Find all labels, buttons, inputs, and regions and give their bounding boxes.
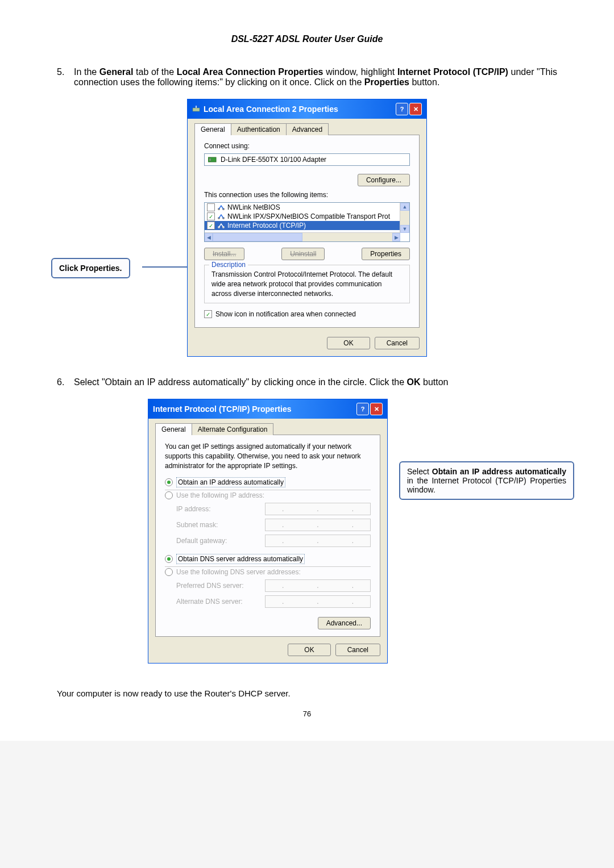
advanced-button[interactable]: Advanced... bbox=[318, 617, 371, 629]
t: button. bbox=[409, 77, 439, 87]
callout-click-properties: Click Properties. bbox=[51, 258, 130, 278]
protocol-icon bbox=[217, 213, 225, 220]
dialog-body: General Authentication Advanced Connect … bbox=[188, 119, 426, 356]
t: Properties bbox=[80, 264, 119, 273]
help-button[interactable]: ? bbox=[356, 403, 369, 415]
alternate-dns-input: ... bbox=[265, 595, 371, 608]
dialog-buttons: OK Cancel bbox=[194, 337, 420, 349]
description-legend: Description bbox=[209, 261, 248, 269]
scroll-right-icon[interactable]: ▶ bbox=[392, 233, 400, 241]
cancel-button[interactable]: Cancel bbox=[375, 337, 420, 349]
t: In the bbox=[74, 67, 99, 77]
tcpip-properties-dialog: Internet Protocol (TCP/IP) Properties ? … bbox=[148, 399, 388, 663]
dialog-buttons: OK Cancel bbox=[155, 644, 380, 656]
scroll-thumb[interactable] bbox=[213, 233, 302, 241]
use-dns-radio[interactable] bbox=[165, 568, 173, 576]
advanced-row: Advanced... bbox=[165, 617, 371, 629]
figure-1-container: Click Properties. Local Area Connection … bbox=[57, 99, 557, 366]
t: OK bbox=[407, 377, 421, 387]
checkbox[interactable]: ✓ bbox=[207, 212, 215, 220]
tab-advanced[interactable]: Advanced bbox=[286, 123, 329, 135]
step-5: 5. In the General tab of the Local Area … bbox=[57, 67, 557, 87]
horizontal-scrollbar[interactable]: ◀ ▶ bbox=[205, 232, 400, 241]
t: in the Internet Protocol (TCP/IP) Proper… bbox=[407, 476, 566, 494]
t: Select "Obtain an IP address automatical… bbox=[74, 377, 407, 387]
title-bar: Local Area Connection 2 Properties ? ✕ bbox=[188, 99, 426, 119]
footer-text: Your computer is now ready to use the Ro… bbox=[57, 688, 557, 698]
scroll-up-icon[interactable]: ▲ bbox=[400, 203, 409, 211]
dialog-title: Internet Protocol (TCP/IP) Properties bbox=[153, 404, 291, 414]
checkbox[interactable] bbox=[207, 203, 215, 211]
t: Internet Protocol (TCP/IP) bbox=[397, 67, 508, 77]
use-dns-row[interactable]: Use the following DNS server addresses: bbox=[165, 566, 371, 576]
intro-text: You can get IP settings assigned automat… bbox=[165, 442, 371, 470]
preferred-dns-input: ... bbox=[265, 579, 371, 592]
t: window, highlight bbox=[323, 67, 397, 77]
close-button[interactable]: ✕ bbox=[370, 403, 383, 415]
title-bar-buttons: ? ✕ bbox=[356, 403, 383, 415]
list-item-tcpip[interactable]: ✓ Internet Protocol (TCP/IP) bbox=[205, 221, 409, 230]
list-buttons-row: Install... Uninstall Properties bbox=[204, 248, 410, 260]
scroll-down-icon[interactable]: ▼ bbox=[400, 225, 409, 233]
install-button[interactable]: Install... bbox=[204, 248, 244, 260]
network-connection-icon bbox=[192, 106, 200, 112]
description-text: Transmission Control Protocol/Internet P… bbox=[211, 270, 403, 298]
callout-select-obtain: Select Obtain an IP address automaticall… bbox=[399, 461, 574, 500]
use-following-radio[interactable] bbox=[165, 491, 173, 499]
cancel-button[interactable]: Cancel bbox=[335, 644, 380, 656]
close-button[interactable]: ✕ bbox=[409, 103, 422, 115]
dialog-title: Local Area Connection 2 Properties bbox=[204, 105, 338, 114]
checkbox[interactable]: ✓ bbox=[207, 222, 215, 229]
use-following-row[interactable]: Use the following IP address: bbox=[165, 490, 371, 499]
list-item-nwlink-ipx[interactable]: ✓ NWLink IPX/SPX/NetBIOS Compatible Tran… bbox=[205, 212, 409, 221]
svg-rect-0 bbox=[193, 108, 200, 111]
alternate-dns-label: Alternate DNS server: bbox=[176, 598, 262, 606]
uninstall-button[interactable]: Uninstall bbox=[281, 248, 325, 260]
tabs: General Alternate Configuration bbox=[155, 423, 380, 435]
uses-items-label: This connection uses the following items… bbox=[204, 191, 410, 199]
ip-fields: IP address: ... Subnet mask: ... Default… bbox=[176, 503, 371, 547]
help-button[interactable]: ? bbox=[396, 103, 408, 115]
ip-address-label: IP address: bbox=[176, 505, 262, 513]
properties-button[interactable]: Properties bbox=[362, 248, 410, 260]
t: General bbox=[99, 67, 134, 77]
figure-2-container: Select Obtain an IP address automaticall… bbox=[57, 399, 557, 677]
t: Obtain an IP address automatically bbox=[432, 467, 566, 476]
ok-button[interactable]: OK bbox=[327, 337, 370, 349]
t: Local Area Connection Properties bbox=[177, 67, 323, 77]
step-6-number: 6. bbox=[57, 377, 74, 387]
gateway-input: ... bbox=[265, 535, 371, 547]
tab-general[interactable]: General bbox=[194, 123, 231, 135]
tab-authentication[interactable]: Authentication bbox=[231, 123, 287, 135]
item-label: Internet Protocol (TCP/IP) bbox=[227, 222, 306, 229]
t: Click bbox=[59, 264, 80, 273]
list-item-nwlink-netbios[interactable]: NWLink NetBIOS bbox=[205, 203, 409, 212]
obtain-dns-label: Obtain DNS server address automatically bbox=[176, 554, 305, 564]
protocol-icon bbox=[217, 204, 225, 211]
use-following-label: Use the following IP address: bbox=[176, 491, 264, 499]
obtain-auto-row[interactable]: Obtain an IP address automatically bbox=[165, 477, 371, 487]
ok-button[interactable]: OK bbox=[288, 644, 330, 656]
tabs: General Authentication Advanced bbox=[194, 123, 420, 135]
configure-button[interactable]: Configure... bbox=[358, 174, 410, 186]
show-icon-checkbox[interactable]: ✓ bbox=[204, 310, 212, 318]
obtain-auto-radio[interactable] bbox=[165, 478, 173, 486]
obtain-dns-radio[interactable] bbox=[165, 555, 173, 563]
scroll-left-icon[interactable]: ◀ bbox=[205, 233, 213, 241]
ip-address-input: ... bbox=[265, 503, 371, 515]
adapter-name: D-Link DFE-550TX 10/100 Adapter bbox=[221, 156, 326, 164]
tab-general[interactable]: General bbox=[155, 423, 192, 435]
items-list[interactable]: NWLink NetBIOS ✓ NWLink IPX/SPX/NetBIOS … bbox=[204, 202, 410, 242]
tab-alternate[interactable]: Alternate Configuration bbox=[192, 423, 274, 435]
vertical-scrollbar[interactable]: ▲ ▼ bbox=[400, 203, 409, 233]
show-icon-row[interactable]: ✓ Show icon in notification area when co… bbox=[204, 310, 410, 318]
show-icon-label: Show icon in notification area when conn… bbox=[215, 310, 356, 318]
protocol-icon bbox=[217, 222, 225, 229]
item-label: NWLink IPX/SPX/NetBIOS Compatible Transp… bbox=[227, 212, 390, 220]
callout-line bbox=[142, 266, 193, 268]
t: button bbox=[421, 377, 449, 387]
configure-row: Configure... bbox=[204, 174, 410, 186]
tab-content: You can get IP settings assigned automat… bbox=[155, 435, 380, 637]
obtain-dns-row[interactable]: Obtain DNS server address automatically bbox=[165, 554, 371, 564]
preferred-dns-label: Preferred DNS server: bbox=[176, 582, 262, 590]
